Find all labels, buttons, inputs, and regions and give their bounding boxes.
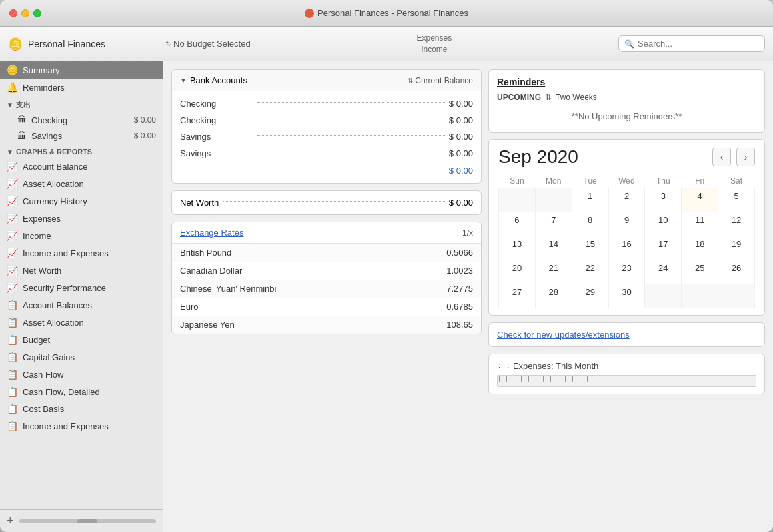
cal-cell-5[interactable]: 5	[718, 188, 755, 212]
cal-cell-7[interactable]: 7	[535, 212, 572, 236]
sidebar-item-asset-allocation-report[interactable]: 📋 Asset Allocation	[0, 314, 163, 331]
bank-row-1: Checking $ 0.00	[180, 95, 473, 112]
cal-cell-25[interactable]: 25	[682, 260, 718, 284]
bank-row-3: Savings $ 0.00	[180, 129, 473, 145]
search-input[interactable]	[638, 39, 758, 49]
cal-cell-29[interactable]: 29	[572, 284, 608, 308]
close-button[interactable]	[9, 9, 17, 17]
cal-cell-11[interactable]: 11	[682, 212, 718, 236]
budget-selector[interactable]: ⇅ No Budget Selected	[165, 39, 251, 49]
main-layout: 🪙 Summary 🔔 Reminders ▼ 支出 🏛 Checking $ …	[0, 61, 773, 532]
net-worth-row: Net Worth $ 0.00	[172, 191, 481, 214]
sidebar-item-summary[interactable]: 🪙 Summary	[0, 61, 163, 79]
maximize-button[interactable]	[33, 9, 41, 17]
sidebar-item-account-balances[interactable]: 📋 Account Balances	[0, 296, 163, 314]
cal-cell-14[interactable]: 14	[535, 236, 572, 260]
cal-header-tue: Tue	[572, 174, 608, 188]
sidebar: 🪙 Summary 🔔 Reminders ▼ 支出 🏛 Checking $ …	[0, 61, 163, 532]
cal-cell-16[interactable]: 16	[608, 236, 645, 260]
cal-cell-21[interactable]: 21	[535, 260, 572, 284]
sidebar-item-income[interactable]: 📈 Income	[0, 227, 163, 244]
app-icon	[305, 9, 314, 18]
exchange-row-4: Euro 0.6785	[172, 298, 481, 316]
sidebar-item-security-performance[interactable]: 📈 Security Performance	[0, 279, 163, 296]
bank-accounts-card: ▼ Bank Accounts ⇅ Current Balance Checki…	[171, 69, 482, 184]
cal-cell-10[interactable]: 10	[645, 212, 682, 236]
resize-handle[interactable]	[19, 519, 156, 523]
cal-cell-24[interactable]: 24	[645, 260, 682, 284]
sidebar-item-income-expenses[interactable]: 📈 Income and Expenses	[0, 244, 163, 262]
chart-icon-8: 📈	[7, 282, 18, 293]
sidebar-item-reminders[interactable]: 🔔 Reminders	[0, 79, 163, 96]
sidebar-item-budget[interactable]: 📋 Budget	[0, 331, 163, 348]
cal-cell-4-today[interactable]: 4	[682, 188, 718, 212]
chart-icon-1: 📈	[7, 161, 18, 172]
reminders-sort-icon: ⇅	[545, 93, 552, 102]
cal-cell-15[interactable]: 15	[572, 236, 608, 260]
toolbar-center-labels: Expenses Income	[261, 33, 608, 55]
sort-icon: ⇅	[165, 40, 171, 47]
calendar-grid: Sun Mon Tue Wed Thu Fri Sat	[498, 174, 755, 308]
sidebar-item-expenses[interactable]: 📈 Expenses	[0, 210, 163, 227]
traffic-lights	[0, 9, 41, 17]
calendar-next-button[interactable]: ›	[736, 148, 755, 166]
sidebar-item-capital-gains[interactable]: 📋 Capital Gains	[0, 348, 163, 366]
cal-cell-20[interactable]: 20	[499, 260, 536, 284]
cal-cell-8[interactable]: 8	[572, 212, 608, 236]
cal-cell-28[interactable]: 28	[535, 284, 572, 308]
bank-accounts-sort[interactable]: ⇅ Current Balance	[408, 76, 473, 85]
bank-row-4: Savings $ 0.00	[180, 145, 473, 162]
cal-cell-6[interactable]: 6	[499, 212, 536, 236]
cal-header-thu: Thu	[645, 174, 682, 188]
exchange-rates-link[interactable]: Exchange Rates	[180, 228, 243, 238]
updates-link[interactable]: Check for new updates/extensions	[497, 330, 630, 340]
cal-cell-30[interactable]: 30	[608, 284, 645, 308]
expenses-sort-icon: ÷	[497, 361, 502, 371]
sidebar-item-cash-flow-detailed[interactable]: 📋 Cash Flow, Detailed	[0, 383, 163, 400]
toolbar-left: 🪙 Personal Finances	[8, 37, 141, 51]
bank-icon: 🏛	[17, 115, 27, 125]
app-window: Personal Finances - Personal Finances 🪙 …	[0, 0, 773, 532]
expenses-card: ÷ ÷ Expenses: This Month	[488, 354, 765, 394]
sidebar-item-account-balance[interactable]: 📈 Account Balance	[0, 158, 163, 175]
add-account-button[interactable]: +	[7, 514, 14, 528]
sidebar-item-income-expenses-report[interactable]: 📋 Income and Expenses	[0, 417, 163, 435]
cal-week-3: 13 14 15 16 17 18 19	[499, 236, 755, 260]
sidebar-item-net-worth[interactable]: 📈 Net Worth	[0, 262, 163, 279]
cal-cell-27[interactable]: 27	[499, 284, 536, 308]
calendar-prev-button[interactable]: ‹	[712, 148, 731, 166]
exchange-row-2: Canadian Dollar 1.0023	[172, 262, 481, 280]
cal-cell-26[interactable]: 26	[718, 260, 755, 284]
sidebar-item-currency-history[interactable]: 📈 Currency History	[0, 192, 163, 210]
report-icon-3: 📋	[7, 334, 18, 345]
cal-cell-2[interactable]: 2	[608, 188, 645, 212]
cal-cell-13[interactable]: 13	[499, 236, 536, 260]
calendar-header: Sep 2020 ‹ ›	[498, 146, 755, 168]
exchange-row-3: Chinese 'Yuan' Renminbi 7.2775	[172, 280, 481, 298]
sidebar-item-asset-allocation-graph[interactable]: 📈 Asset Allocation	[0, 175, 163, 192]
cal-cell-1[interactable]: 1	[572, 188, 608, 212]
cal-cell-17[interactable]: 17	[645, 236, 682, 260]
minimize-button[interactable]	[21, 9, 29, 17]
sidebar-account-savings[interactable]: 🏛 Savings $ 0.00	[0, 128, 163, 144]
sidebar-item-cost-basis[interactable]: 📋 Cost Basis	[0, 400, 163, 417]
content-area: ▼ Bank Accounts ⇅ Current Balance Checki…	[163, 61, 773, 532]
cal-cell-19[interactable]: 19	[718, 236, 755, 260]
cal-cell-18[interactable]: 18	[682, 236, 718, 260]
cal-cell-22[interactable]: 22	[572, 260, 608, 284]
reminders-controls: UPCOMING ⇅ Two Weeks	[497, 93, 756, 102]
expenses-title: ÷ ÷ Expenses: This Month	[497, 361, 756, 371]
bank-total-row: $ 0.00	[180, 162, 473, 179]
search-box[interactable]: 🔍	[618, 35, 765, 52]
cal-cell-empty	[499, 188, 536, 212]
sidebar-account-checking[interactable]: 🏛 Checking $ 0.00	[0, 112, 163, 128]
cal-week-5: 27 28 29 30	[499, 284, 755, 308]
cal-cell-23[interactable]: 23	[608, 260, 645, 284]
cal-cell-9[interactable]: 9	[608, 212, 645, 236]
report-icon-1: 📋	[7, 300, 18, 310]
sidebar-item-cash-flow[interactable]: 📋 Cash Flow	[0, 366, 163, 383]
cal-cell-12[interactable]: 12	[718, 212, 755, 236]
cal-cell-empty	[535, 188, 572, 212]
cal-cell-3[interactable]: 3	[645, 188, 682, 212]
bank-accounts-title: ▼ Bank Accounts	[180, 75, 247, 85]
